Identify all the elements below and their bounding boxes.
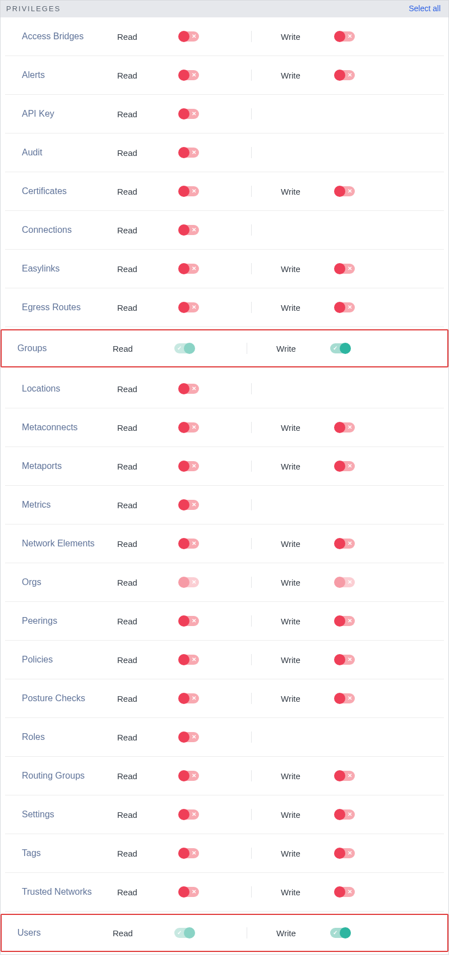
- privilege-name[interactable]: Trusted Networks: [22, 887, 117, 897]
- privilege-name[interactable]: Tags: [22, 848, 117, 858]
- write-toggle[interactable]: ✓: [330, 343, 350, 353]
- read-toggle[interactable]: ✕: [179, 577, 199, 587]
- write-toggle[interactable]: ✕: [335, 809, 355, 820]
- column-divider: [230, 927, 263, 938]
- column-divider: [230, 343, 263, 354]
- privilege-name[interactable]: Audit: [22, 148, 117, 158]
- write-toggle-cell: ✕: [335, 422, 379, 433]
- read-toggle-cell: ✕: [179, 732, 235, 742]
- write-toggle[interactable]: ✕: [335, 848, 355, 858]
- privilege-name[interactable]: Posture Checks: [22, 693, 117, 703]
- write-toggle[interactable]: ✕: [335, 422, 355, 433]
- write-toggle[interactable]: ✕: [335, 461, 355, 471]
- x-icon: ✕: [192, 657, 196, 662]
- read-toggle[interactable]: ✕: [179, 384, 199, 394]
- read-toggle[interactable]: ✕: [179, 422, 199, 433]
- write-toggle[interactable]: ✕: [335, 771, 355, 781]
- read-toggle[interactable]: ✕: [179, 809, 199, 820]
- select-all-link[interactable]: Select all: [409, 4, 441, 13]
- read-toggle[interactable]: ✕: [179, 848, 199, 858]
- x-icon: ✕: [348, 188, 352, 194]
- privilege-name[interactable]: Network Elements: [22, 539, 117, 549]
- privilege-name[interactable]: API Key: [22, 109, 117, 119]
- read-toggle-knob: [178, 770, 189, 781]
- check-icon: ✓: [177, 930, 182, 936]
- privilege-name[interactable]: Settings: [22, 809, 117, 820]
- privilege-name[interactable]: Easylinks: [22, 264, 117, 274]
- read-label: Read: [117, 578, 179, 587]
- privilege-name[interactable]: Users: [17, 928, 113, 938]
- divider-line: [251, 186, 252, 197]
- privilege-name[interactable]: Locations: [22, 384, 117, 394]
- privilege-name[interactable]: Groups: [17, 343, 113, 353]
- privilege-name[interactable]: Routing Groups: [22, 771, 117, 781]
- write-label: Write: [267, 616, 335, 626]
- privilege-name[interactable]: Metaconnects: [22, 422, 117, 433]
- write-toggle-cell: ✓: [330, 343, 375, 353]
- privilege-name[interactable]: Orgs: [22, 577, 117, 587]
- write-toggle-cell: ✕: [335, 70, 379, 80]
- write-toggle[interactable]: ✕: [335, 70, 355, 80]
- privilege-row: UsersRead✓Write✓: [1, 914, 448, 952]
- read-label: Read: [117, 462, 179, 471]
- divider-line: [251, 461, 252, 472]
- read-toggle-knob: [178, 224, 189, 236]
- write-toggle[interactable]: ✕: [335, 186, 355, 196]
- write-label: Write: [267, 810, 335, 820]
- privilege-name[interactable]: Peerings: [22, 616, 117, 626]
- read-toggle-knob: [178, 70, 189, 81]
- read-toggle[interactable]: ✕: [179, 148, 199, 158]
- read-label: Read: [117, 810, 179, 820]
- read-toggle[interactable]: ✕: [179, 264, 199, 274]
- read-toggle[interactable]: ✕: [179, 31, 199, 42]
- read-toggle-cell: ✕: [179, 384, 235, 394]
- read-toggle[interactable]: ✕: [179, 461, 199, 471]
- read-toggle[interactable]: ✕: [179, 186, 199, 196]
- write-toggle[interactable]: ✕: [335, 31, 355, 42]
- read-toggle[interactable]: ✓: [174, 343, 195, 353]
- read-toggle[interactable]: ✕: [179, 70, 199, 80]
- read-toggle[interactable]: ✕: [179, 616, 199, 626]
- privilege-name[interactable]: Roles: [22, 732, 117, 742]
- write-toggle[interactable]: ✕: [335, 264, 355, 274]
- read-toggle[interactable]: ✕: [179, 225, 199, 235]
- privilege-name[interactable]: Metrics: [22, 500, 117, 510]
- write-toggle[interactable]: ✓: [330, 928, 350, 938]
- divider-line: [251, 147, 252, 158]
- column-divider: [235, 654, 267, 665]
- privilege-name[interactable]: Alerts: [22, 70, 117, 80]
- write-toggle[interactable]: ✕: [335, 616, 355, 626]
- x-icon: ✕: [192, 111, 196, 117]
- read-toggle[interactable]: ✓: [174, 928, 195, 938]
- privilege-name[interactable]: Certificates: [22, 186, 117, 196]
- privilege-name[interactable]: Access Bridges: [22, 31, 117, 42]
- privilege-name[interactable]: Metaports: [22, 461, 117, 471]
- read-toggle[interactable]: ✕: [179, 887, 199, 897]
- privilege-name[interactable]: Connections: [22, 225, 117, 235]
- read-toggle[interactable]: ✕: [179, 771, 199, 781]
- write-toggle[interactable]: ✕: [335, 655, 355, 665]
- read-toggle[interactable]: ✕: [179, 302, 199, 312]
- column-divider: [235, 577, 267, 588]
- read-label: Read: [117, 849, 179, 858]
- write-toggle[interactable]: ✕: [335, 577, 355, 587]
- write-toggle[interactable]: ✕: [335, 693, 355, 703]
- read-label: Read: [117, 187, 179, 196]
- write-toggle[interactable]: ✕: [335, 887, 355, 897]
- read-toggle[interactable]: ✕: [179, 539, 199, 549]
- divider-line: [251, 383, 252, 394]
- read-toggle-cell: ✕: [179, 848, 235, 858]
- x-icon: ✕: [192, 227, 196, 233]
- x-icon: ✕: [192, 502, 196, 508]
- privilege-name[interactable]: Policies: [22, 655, 117, 665]
- read-toggle[interactable]: ✕: [179, 109, 199, 119]
- write-toggle[interactable]: ✕: [335, 302, 355, 312]
- read-toggle[interactable]: ✕: [179, 732, 199, 742]
- read-toggle[interactable]: ✕: [179, 500, 199, 510]
- privilege-name[interactable]: Egress Routes: [22, 302, 117, 312]
- read-toggle[interactable]: ✕: [179, 655, 199, 665]
- divider-line: [251, 499, 252, 510]
- divider-line: [247, 927, 247, 938]
- write-toggle[interactable]: ✕: [335, 539, 355, 549]
- read-toggle[interactable]: ✕: [179, 693, 199, 703]
